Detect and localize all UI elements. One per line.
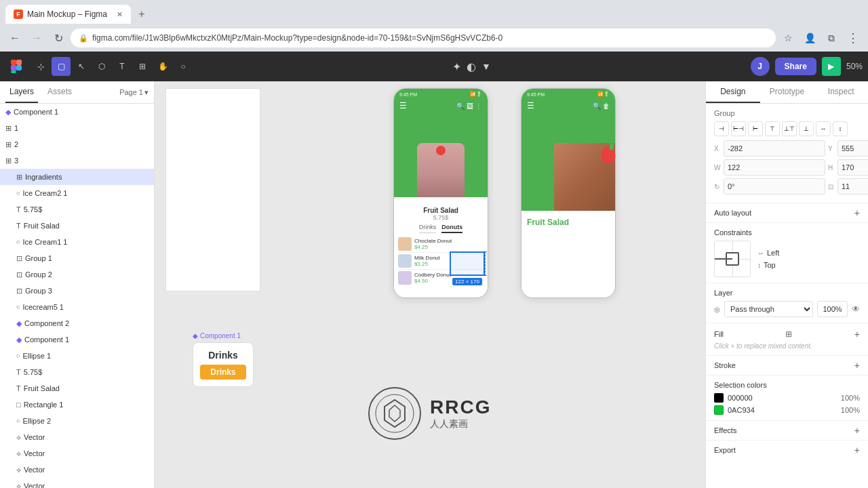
opacity-input[interactable] [817, 301, 848, 317]
menu-button[interactable]: ⋮ [844, 28, 863, 47]
align-center-v-icon[interactable]: ⊥⊤ [782, 121, 797, 136]
layer-label: 5.75$ [24, 368, 43, 376]
color-swatch-2[interactable] [714, 405, 724, 415]
drinks-active-tab[interactable]: Drinks [200, 365, 246, 380]
layer-item-group3[interactable]: ⊡ Group 3 [0, 283, 154, 299]
hand-tool[interactable]: ✋ [153, 57, 172, 76]
drinks-tab[interactable]: Drinks [419, 224, 437, 233]
color-swatch-1[interactable] [714, 393, 724, 403]
profile-button[interactable]: 👤 [800, 28, 819, 47]
reload-button[interactable]: ↻ [49, 28, 68, 47]
component-tool[interactable]: ⊞ [133, 57, 152, 76]
align-top-icon[interactable]: ⊤ [765, 121, 780, 136]
align-center-h-icon[interactable]: ⊢⊣ [731, 121, 746, 136]
layer-item-vector1[interactable]: ⟡ Vector [0, 429, 154, 445]
layer-item-1[interactable]: ⊞ 1 [0, 120, 154, 136]
preview-icon[interactable]: ◐ [467, 60, 476, 73]
layer-item-ellipse2[interactable]: ○ Ellipse 2 [0, 413, 154, 429]
shape-tool[interactable]: ⬡ [92, 57, 111, 76]
layers-tab[interactable]: Layers [5, 81, 38, 103]
rotation-input[interactable] [724, 178, 825, 195]
address-bar[interactable]: 🔒 figma.com/file/J1w3Blp6wMkctxzK0MtjPz/… [71, 28, 776, 47]
blend-mode-select[interactable]: Pass through [724, 301, 813, 317]
frame-tool[interactable]: ▢ [52, 57, 71, 76]
prototype-tab[interactable]: Prototype [760, 81, 814, 103]
fill-settings-icon[interactable]: ⊞ [785, 329, 792, 339]
export-label: Export [714, 446, 736, 454]
layer-item-vector4[interactable]: ⟡ Vector [0, 478, 154, 488]
play-button[interactable]: ▶ [822, 57, 841, 76]
layer-item-component1-inner[interactable]: ◆ Component 1 [0, 331, 154, 348]
y-input[interactable] [837, 140, 868, 157]
community-icon[interactable]: ✦ [452, 60, 461, 73]
color-opacity-1: 100% [841, 394, 860, 402]
drinks-widget[interactable]: Drinks Drinks [193, 342, 254, 387]
effects-add-icon[interactable]: + [854, 425, 860, 436]
layer-item-fruitsalad1[interactable]: T Fruit Salad [0, 218, 154, 234]
move-tool[interactable]: ⊹ [31, 57, 50, 76]
inspect-tab[interactable]: Inspect [814, 81, 868, 103]
layer-item-price2[interactable]: T 5.75$ [0, 364, 154, 380]
url-text: figma.com/file/J1w3Blp6wMkctxzK0MtjPz/Ma… [92, 33, 502, 43]
figma-logo[interactable] [5, 56, 27, 77]
layer-item-icecream1[interactable]: ○ Ice Cream1 1 [0, 234, 154, 250]
layer-item-ingradients[interactable]: ⊞ Ingradients [0, 169, 154, 185]
more-icon[interactable]: ▼ [481, 61, 491, 72]
layer-item-price1[interactable]: T 5.75$ [0, 201, 154, 218]
phone-mockup-2[interactable]: 9:45 PM 📶🔋 ☰ 🔍 🗑 Fruit Salad [521, 88, 616, 298]
layer-item-rectangle1[interactable]: □ Rectangle 1 [0, 396, 154, 413]
component1-label: ◆ Component 1 [193, 332, 241, 340]
comment-tool[interactable]: ○ [174, 57, 193, 76]
layer-item-component2[interactable]: ◆ Component 2 [0, 315, 154, 331]
align-bottom-icon[interactable]: ⊥ [799, 121, 814, 136]
h-input[interactable] [837, 159, 868, 176]
layer-item-group2[interactable]: ⊡ Group 2 [0, 266, 154, 283]
select-tool[interactable]: ↖ [72, 57, 91, 76]
layer-item-group1[interactable]: ⊡ Group 1 [0, 250, 154, 266]
svg-rect-0 [11, 60, 16, 65]
w-input[interactable] [724, 159, 825, 176]
donuts-tab[interactable]: Donuts [441, 224, 462, 233]
auto-layout-add-icon[interactable]: + [854, 207, 860, 218]
export-add-icon[interactable]: + [854, 445, 860, 455]
align-left-icon[interactable]: ⊣ [714, 121, 729, 136]
forward-button[interactable]: → [27, 28, 46, 47]
layer-item-3[interactable]: ⊞ 3 [0, 152, 154, 169]
layer-item-vector2[interactable]: ⟡ Vector [0, 445, 154, 462]
canvas[interactable]: 9:45 PM 📶🔋 ☰ 🔍 🖼 ⋮ Fruit Salad 5.75$ [155, 81, 705, 488]
layer-item-ellipse1[interactable]: ○ Ellipse 1 [0, 348, 154, 364]
bookmark-button[interactable]: ☆ [778, 28, 797, 47]
layer-item-icecream5[interactable]: ○ Icecream5 1 [0, 299, 154, 315]
tab-close-icon[interactable]: ✕ [117, 10, 123, 19]
layer-item-vector3[interactable]: ⟡ Vector [0, 462, 154, 478]
active-tab[interactable]: F Main Mockup – Figma ✕ [5, 5, 131, 24]
page-selector[interactable]: Page 1 ▾ [119, 81, 149, 103]
toolbar-right: J Share ▶ 50% [751, 57, 863, 76]
x-input[interactable] [724, 140, 825, 157]
back-button[interactable]: ← [5, 28, 24, 47]
distribute-h-icon[interactable]: ↔ [816, 121, 831, 136]
fill-add-icon[interactable]: + [854, 329, 860, 340]
layer-item-fruitsalad2[interactable]: T Fruit Salad [0, 380, 154, 396]
frame-icon: ⊞ [16, 173, 22, 182]
align-right-icon[interactable]: ⊢ [748, 121, 763, 136]
extensions-button[interactable]: ⧉ [822, 28, 841, 47]
logo-area: RRCG 人人素画 [368, 386, 491, 441]
stroke-add-icon[interactable]: + [854, 360, 860, 371]
text-tool[interactable]: T [113, 57, 132, 76]
distribute-v-icon[interactable]: ↕ [833, 121, 848, 136]
new-tab-button[interactable]: + [134, 6, 150, 22]
layer-item-2[interactable]: ⊞ 2 [0, 136, 154, 152]
layer-item-component1[interactable]: ◆ Component 1 [0, 104, 154, 120]
visibility-icon[interactable]: 👁 [852, 304, 860, 314]
zoom-level[interactable]: 50% [846, 62, 863, 71]
stroke-label: Stroke [714, 361, 736, 369]
assets-tab[interactable]: Assets [43, 81, 76, 103]
phone-mockup-1[interactable]: 9:45 PM 📶🔋 ☰ 🔍 🖼 ⋮ Fruit Salad 5.75$ [393, 88, 488, 298]
clip-input[interactable] [837, 178, 868, 195]
design-tab[interactable]: Design [706, 81, 760, 103]
share-button[interactable]: Share [775, 58, 816, 75]
layer-item-icecream2[interactable]: ○ Ice Cream2 1 [0, 185, 154, 201]
layer-label: 5.75$ [24, 205, 43, 214]
color-opacity-2: 100% [841, 406, 860, 414]
